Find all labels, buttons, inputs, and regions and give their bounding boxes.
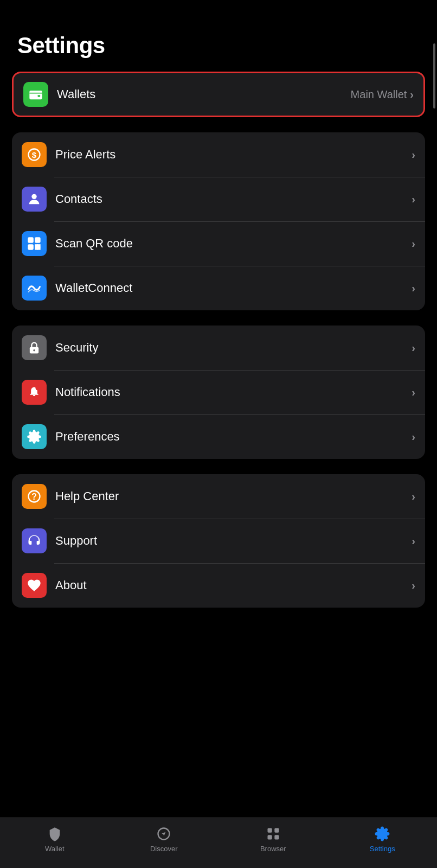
notifications-row[interactable]: Notifications › — [12, 370, 425, 414]
about-label: About — [55, 578, 412, 592]
price-alerts-chevron: › — [412, 149, 415, 161]
svg-rect-24 — [267, 828, 272, 833]
wallet-icon — [23, 82, 48, 107]
security-label: Security — [55, 341, 412, 355]
gear-icon — [22, 424, 47, 449]
header: Settings — [0, 0, 437, 72]
svg-point-23 — [163, 833, 164, 834]
question-icon: ? — [22, 484, 47, 509]
main-content: Wallets Main Wallet › $ Price Alerts › — [0, 72, 437, 713]
svg-point-4 — [31, 194, 36, 199]
wallets-label: Wallets — [57, 87, 351, 101]
wallets-value: Main Wallet — [351, 88, 407, 101]
page-container: Settings Wallets Main Wallet › — [0, 0, 437, 868]
scroll-indicator — [433, 43, 435, 108]
svg-rect-1 — [38, 95, 41, 97]
contacts-row[interactable]: Contacts › — [12, 177, 425, 221]
security-chevron: › — [412, 342, 415, 354]
svg-point-16 — [33, 349, 35, 352]
preferences-label: Preferences — [55, 430, 412, 444]
price-alerts-label: Price Alerts — [55, 148, 412, 162]
grid-tab-icon — [265, 826, 281, 842]
svg-rect-11 — [35, 245, 37, 247]
security-row[interactable]: Security › — [12, 326, 425, 370]
scan-qr-chevron: › — [412, 238, 415, 250]
svg-rect-26 — [267, 835, 272, 839]
wallets-row[interactable]: Wallets Main Wallet › — [12, 72, 425, 117]
about-row[interactable]: About › — [12, 563, 425, 608]
support-chevron: › — [412, 535, 415, 547]
contacts-label: Contacts — [55, 192, 412, 206]
about-chevron: › — [412, 579, 415, 592]
notifications-label: Notifications — [55, 385, 412, 399]
svg-rect-14 — [38, 247, 40, 250]
svg-rect-0 — [29, 91, 42, 99]
wallet-connect-chevron: › — [412, 282, 415, 295]
notifications-chevron: › — [412, 386, 415, 399]
wallets-chevron: › — [410, 88, 414, 101]
tab-settings[interactable]: Settings — [361, 826, 404, 853]
support-row[interactable]: Support › — [12, 519, 425, 563]
tab-wallet[interactable]: Wallet — [33, 826, 76, 853]
preferences-chevron: › — [412, 431, 415, 443]
wallet-connect-label: WalletConnect — [55, 281, 412, 295]
help-center-row[interactable]: ? Help Center › — [12, 474, 425, 519]
svg-text:?: ? — [31, 492, 37, 501]
gear-tab-icon — [374, 826, 390, 842]
compass-tab-icon — [156, 826, 172, 842]
section-group-2: Security › Notifications › — [12, 326, 425, 459]
shield-tab-icon — [47, 826, 63, 842]
qr-icon — [22, 231, 47, 256]
tab-discover-label: Discover — [150, 845, 178, 853]
svg-rect-27 — [274, 835, 279, 839]
svg-rect-6 — [29, 239, 33, 242]
contacts-chevron: › — [412, 193, 415, 206]
help-center-label: Help Center — [55, 489, 412, 503]
svg-rect-13 — [35, 247, 37, 250]
wallet-connect-row[interactable]: WalletConnect › — [12, 266, 425, 310]
section-group-1: $ Price Alerts › Contacts › — [12, 132, 425, 310]
tab-wallet-label: Wallet — [45, 845, 65, 853]
price-alerts-row[interactable]: $ Price Alerts › — [12, 132, 425, 177]
person-icon — [22, 187, 47, 212]
scan-qr-label: Scan QR code — [55, 237, 412, 251]
tab-browser-label: Browser — [260, 845, 286, 853]
heart-icon — [22, 573, 47, 598]
preferences-row[interactable]: Preferences › — [12, 414, 425, 459]
bell-icon — [22, 380, 47, 405]
section-group-3: ? Help Center › Support › — [12, 474, 425, 608]
scan-qr-row[interactable]: Scan QR code › — [12, 221, 425, 266]
tab-bar: Wallet Discover — [0, 818, 437, 868]
tab-discover[interactable]: Discover — [142, 826, 185, 853]
headset-icon — [22, 528, 47, 553]
tab-browser[interactable]: Browser — [252, 826, 295, 853]
svg-rect-10 — [29, 246, 33, 249]
page-title: Settings — [17, 33, 420, 59]
svg-point-18 — [35, 385, 40, 390]
help-center-chevron: › — [412, 490, 415, 503]
svg-rect-12 — [38, 245, 40, 247]
svg-rect-8 — [36, 239, 40, 242]
svg-rect-25 — [274, 828, 279, 833]
tab-settings-label: Settings — [370, 845, 395, 853]
lock-icon — [22, 335, 47, 360]
svg-text:$: $ — [32, 150, 37, 159]
wave-icon — [22, 276, 47, 301]
dollar-icon: $ — [22, 142, 47, 167]
support-label: Support — [55, 534, 412, 548]
